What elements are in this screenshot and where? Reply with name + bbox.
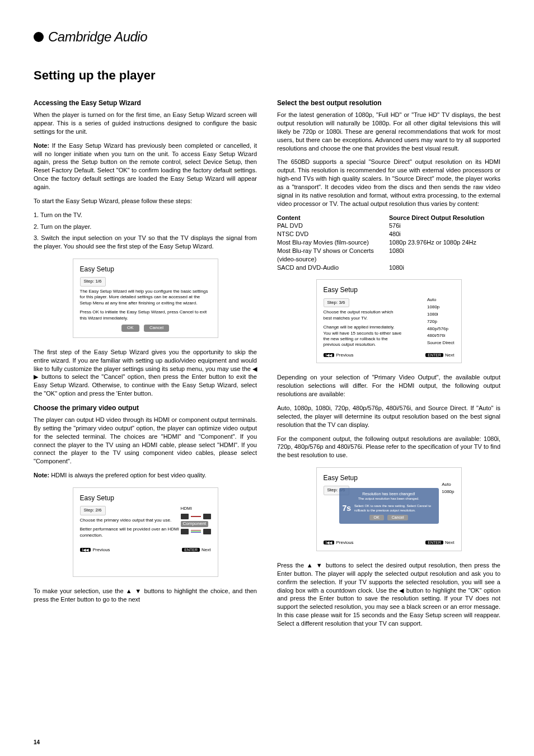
table-cell: Most Blu-ray Movies (film-source) — [277, 238, 389, 247]
option-480i576i[interactable]: 480i/576i — [427, 332, 454, 340]
ok-button[interactable]: OK — [121, 325, 139, 332]
prev-icon: I◀◀ — [324, 353, 335, 357]
logo-icon — [34, 32, 44, 42]
para: The 650BD supports a special "Source Dir… — [277, 158, 500, 208]
nav-next[interactable]: ENTERNext — [425, 540, 454, 546]
cable-icon — [191, 516, 201, 517]
para: Press the ▲ ▼ buttons to select the desi… — [277, 561, 500, 628]
dialog-step-3: Easy Setup Step: 3/6 Choose the output r… — [316, 279, 462, 363]
ok-button[interactable]: OK — [369, 515, 384, 520]
dialog-step-indicator: Step: 3/6 — [324, 298, 349, 308]
section-resolution-head: Select the best output resolution — [277, 98, 500, 107]
dialog-title: Easy Setup — [324, 285, 455, 294]
dialog-body: The Easy Setup Wizard will help you conf… — [80, 289, 211, 306]
content-columns: Accessing the Easy Setup Wizard When the… — [34, 96, 500, 633]
step-item: 2. Turn on the player. — [34, 223, 257, 231]
enter-icon: ENTER — [425, 353, 443, 357]
resolution-options-bg: Auto 1080p — [442, 481, 454, 496]
step-item: 3. Switch the input selection on your TV… — [34, 234, 257, 251]
para: Depending on your selection of "Primary … — [277, 373, 500, 398]
note-label: Note: — [34, 142, 49, 149]
para: For the latest generation of 1080p, "Ful… — [277, 111, 500, 152]
dialog-step-indicator: Step: 2/6 — [80, 506, 106, 515]
enter-icon: ENTER — [425, 541, 443, 544]
nav-next[interactable]: ENTERNext — [182, 547, 210, 553]
step-list: 1. Turn on the TV. 2. Turn on the player… — [34, 211, 257, 251]
para: Auto, 1080p, 1080i, 720p, 480p/576p, 480… — [277, 404, 500, 429]
para: To make your selection, use the ▲ ▼ butt… — [34, 587, 257, 604]
nav-previous[interactable]: I◀◀Previous — [80, 547, 110, 553]
left-column: Accessing the Easy Setup Wizard When the… — [34, 96, 257, 633]
option-hdmi[interactable]: HDMI — [181, 506, 192, 512]
dialog-body: Change will be applied immediately. You … — [324, 325, 402, 348]
dialog-step-2: Easy Setup Step: 2/6 Choose the primary … — [73, 487, 218, 577]
dialog-title: Easy Setup — [324, 473, 455, 482]
resolution-options: Auto 1080p 1080i 720p 480p/576p 480i/576… — [427, 297, 454, 347]
dialog-step-1: Easy Setup Step: 1/6 The Easy Setup Wiza… — [73, 259, 218, 338]
note-label: Note: — [34, 472, 49, 478]
table-cell: SACD and DVD-Audio — [277, 264, 389, 272]
dialog-body: Press OK to initiate the Easy Setup Wiza… — [80, 309, 211, 321]
dialog-step-3-confirm: Easy Setup Step: 3/6 Auto 1080p Resoluti… — [316, 467, 462, 551]
resolution-table: ContentSource Direct Output Resolution P… — [277, 214, 500, 272]
option-component[interactable]: Component — [181, 521, 208, 527]
overlay-subtitle: The output resolution has been changed. — [343, 496, 435, 501]
right-column: Select the best output resolution For th… — [277, 96, 500, 633]
note-text: If the Easy Setup Wizard has previously … — [34, 142, 257, 190]
para: The first step of the Easy Setup Wizard … — [34, 348, 257, 398]
section-primary-output-head: Choose the primary video output — [34, 403, 257, 412]
option-1080p: 1080p — [442, 489, 454, 496]
prev-icon: I◀◀ — [324, 541, 335, 544]
prev-icon: I◀◀ — [80, 548, 91, 552]
option-720p[interactable]: 720p — [427, 318, 454, 326]
table-cell: 480i — [389, 230, 500, 238]
brand-logo: Cambridge Audio — [34, 28, 500, 46]
nav-next[interactable]: ENTERNext — [425, 353, 454, 359]
option-480p576p[interactable]: 480p/576p — [427, 326, 454, 333]
countdown-timer: 7s — [343, 503, 352, 514]
note-text: HDMI is always the prefered option for b… — [51, 472, 206, 478]
section-accessing-head: Accessing the Easy Setup Wizard — [34, 98, 257, 107]
note-para: Note: HDMI is always the prefered option… — [34, 471, 257, 480]
para: The player can output HD video through i… — [34, 416, 257, 466]
dialog-body: Choose the output resolution which best … — [324, 309, 402, 321]
para: To start the Easy Setup Wizard, please f… — [34, 197, 257, 205]
tv-icon — [181, 529, 189, 534]
table-header: Source Direct Output Resolution — [389, 214, 500, 222]
brand-name: Cambridge Audio — [48, 28, 147, 46]
option-source-direct[interactable]: Source Direct — [427, 340, 454, 347]
enter-icon: ENTER — [182, 548, 200, 552]
nav-previous[interactable]: I◀◀Previous — [324, 353, 354, 359]
tv-icon — [203, 529, 211, 534]
option-1080i[interactable]: 1080i — [427, 311, 454, 318]
table-cell: PAL DVD — [277, 222, 389, 230]
overlay-title: Resolution has been changed! — [343, 491, 435, 496]
table-cell: 1080i — [389, 264, 500, 272]
para: For the component output, the following … — [277, 435, 500, 460]
step-item: 1. Turn on the TV. — [34, 211, 257, 219]
note-para: Note: If the Easy Setup Wizard has previ… — [34, 142, 257, 191]
tv-icon — [203, 514, 211, 519]
dialog-body: Better performance will be provided over… — [80, 527, 181, 538]
nav-previous[interactable]: I◀◀Previous — [324, 540, 354, 546]
tv-icon — [181, 514, 189, 519]
overlay-body: Select OK to save the new setting. Selec… — [354, 504, 435, 513]
table-cell: 1080i — [389, 247, 500, 264]
table-cell: 1080p 23.976Hz or 1080p 24Hz — [389, 238, 500, 247]
option-auto[interactable]: Auto — [427, 297, 454, 304]
page-title: Setting up the player — [34, 67, 500, 84]
para: When the player is turned on for the fir… — [34, 111, 257, 136]
option-auto: Auto — [442, 481, 454, 489]
option-1080p[interactable]: 1080p — [427, 304, 454, 311]
confirmation-overlay: Resolution has been changed! The output … — [339, 488, 439, 524]
table-cell: Most Blu-ray TV shows or Concerts (video… — [277, 247, 389, 264]
table-cell: NTSC DVD — [277, 230, 389, 238]
cancel-button[interactable]: Cancel — [144, 325, 169, 332]
cancel-button[interactable]: Cancel — [387, 515, 409, 520]
dialog-step-indicator: Step: 1/6 — [80, 277, 106, 287]
table-cell: 576i — [389, 222, 500, 230]
dialog-title: Easy Setup — [80, 494, 211, 503]
dialog-body: Choose the primary video output that you… — [80, 518, 181, 523]
table-header: Content — [277, 214, 389, 222]
dialog-title: Easy Setup — [80, 265, 211, 274]
